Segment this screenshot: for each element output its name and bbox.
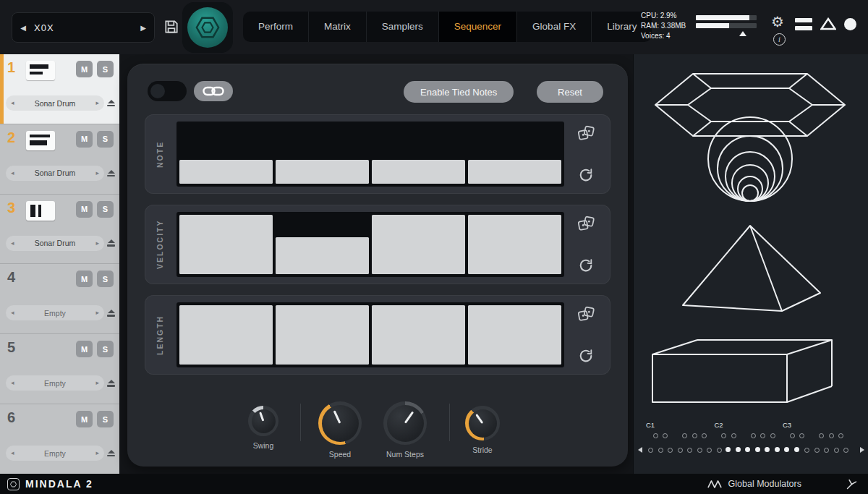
key-dot[interactable]	[653, 433, 658, 438]
next-sample-icon[interactable]: ▸	[95, 166, 99, 181]
info-icon[interactable]: i	[773, 33, 786, 46]
key-dot[interactable]	[790, 433, 795, 438]
keyboard-scroll-left-icon[interactable]	[638, 447, 642, 453]
keyboard-scroll-right-icon[interactable]	[860, 447, 864, 453]
global-modulators-label[interactable]: Global Modulators	[728, 479, 801, 489]
mute-button[interactable]: M	[76, 271, 93, 287]
preset-selector[interactable]: ◀ X0X ▶	[12, 12, 155, 43]
key-dot[interactable]	[648, 448, 653, 453]
step-cell[interactable]	[372, 215, 465, 274]
sample-select[interactable]: ◂Sonar Drum▸	[6, 166, 104, 181]
speed-knob[interactable]	[318, 401, 362, 445]
key-dot[interactable]	[824, 448, 829, 453]
num-steps-knob[interactable]	[383, 401, 427, 445]
key-dot[interactable]	[751, 433, 756, 438]
lane-reset-button[interactable]	[576, 256, 595, 275]
next-sample-icon[interactable]: ▸	[95, 375, 99, 391]
tab-sequencer[interactable]: Sequencer	[438, 12, 516, 42]
key-dot[interactable]	[829, 433, 834, 438]
enable-tied-notes-button[interactable]: Enable Tied Notes	[404, 81, 514, 103]
key-dot[interactable]	[838, 433, 843, 438]
step-cell[interactable]	[276, 215, 369, 274]
sample-select[interactable]: ◂Sonar Drum▸	[6, 95, 104, 111]
key-dot[interactable]	[678, 448, 683, 453]
key-dot[interactable]	[765, 447, 770, 452]
solo-button[interactable]: S	[97, 131, 114, 148]
key-dot[interactable]	[697, 448, 702, 453]
reset-button[interactable]: Reset	[537, 81, 603, 103]
mute-button[interactable]: M	[76, 201, 93, 218]
key-dot[interactable]	[687, 448, 692, 453]
key-dot[interactable]	[736, 447, 741, 452]
footer-modulators-group[interactable]: Global Modulators	[707, 474, 858, 494]
swing-knob[interactable]	[248, 406, 278, 436]
meter-marker-icon[interactable]	[739, 31, 746, 36]
key-dot[interactable]	[668, 448, 673, 453]
key-dot[interactable]	[682, 433, 687, 438]
sample-select[interactable]: ◂Sonar Drum▸	[6, 236, 104, 251]
stride-knob[interactable]	[465, 406, 500, 440]
preset-next-icon[interactable]: ▶	[132, 24, 154, 32]
key-dot[interactable]	[726, 447, 731, 452]
key-dot[interactable]	[692, 433, 697, 438]
step-cell[interactable]	[468, 215, 561, 274]
randomize-button[interactable]	[576, 305, 595, 323]
step-cell[interactable]	[372, 124, 465, 184]
mute-button[interactable]: M	[76, 131, 93, 148]
sample-select[interactable]: ◂Empty▸	[6, 375, 104, 391]
key-dot[interactable]	[794, 447, 799, 452]
key-dot[interactable]	[731, 433, 736, 438]
key-dot[interactable]	[770, 433, 775, 438]
tab-samplers[interactable]: Samplers	[366, 12, 438, 42]
key-dot[interactable]	[760, 433, 765, 438]
step-cell[interactable]	[276, 124, 369, 184]
key-dot[interactable]	[834, 448, 839, 453]
key-dot[interactable]	[745, 447, 750, 452]
tuning-fork-icon[interactable]	[846, 478, 858, 490]
step-cell[interactable]	[179, 124, 273, 184]
eject-icon[interactable]	[107, 310, 115, 317]
solo-button[interactable]: S	[97, 411, 114, 427]
tab-matrix[interactable]: Matrix	[308, 12, 366, 42]
tab-global-fx[interactable]: Global FX	[516, 12, 591, 42]
mute-button[interactable]: M	[76, 411, 93, 427]
next-sample-icon[interactable]: ▸	[95, 305, 99, 320]
next-sample-icon[interactable]: ▸	[95, 236, 99, 251]
mute-button[interactable]: M	[76, 341, 93, 357]
next-sample-icon[interactable]: ▸	[95, 95, 99, 111]
solo-button[interactable]: S	[97, 341, 114, 357]
sample-select[interactable]: ◂Empty▸	[6, 305, 104, 320]
lane-reset-button[interactable]	[576, 346, 595, 365]
step-cell[interactable]	[179, 305, 273, 365]
save-icon[interactable]	[163, 19, 179, 35]
preset-prev-icon[interactable]: ◀	[12, 24, 34, 32]
sequencer-power-toggle[interactable]	[148, 81, 187, 101]
eject-icon[interactable]	[107, 170, 115, 177]
solo-button[interactable]: S	[97, 61, 114, 77]
key-dot[interactable]	[755, 447, 760, 452]
key-dot[interactable]	[784, 447, 789, 452]
app-logo-button[interactable]	[187, 7, 228, 48]
eject-icon[interactable]	[107, 239, 115, 247]
key-dot[interactable]	[707, 448, 712, 453]
step-cell[interactable]	[468, 305, 561, 365]
mute-button[interactable]: M	[76, 61, 93, 77]
key-dot[interactable]	[804, 448, 809, 453]
link-lanes-button[interactable]	[194, 81, 233, 101]
solo-button[interactable]: S	[97, 201, 114, 218]
key-dot[interactable]	[658, 448, 663, 453]
key-dot[interactable]	[799, 433, 804, 438]
key-dot[interactable]	[721, 433, 726, 438]
key-dot[interactable]	[819, 433, 824, 438]
randomize-button[interactable]	[576, 214, 595, 233]
step-cell[interactable]	[276, 305, 369, 365]
lane-reset-button[interactable]	[576, 166, 595, 184]
key-dot[interactable]	[717, 448, 722, 453]
step-cell[interactable]	[468, 124, 561, 184]
gear-icon[interactable]: ⚙	[771, 13, 784, 30]
next-sample-icon[interactable]: ▸	[95, 446, 99, 461]
key-dot[interactable]	[702, 433, 707, 438]
randomize-button[interactable]	[576, 124, 595, 142]
key-dot[interactable]	[814, 448, 820, 453]
eject-icon[interactable]	[107, 100, 115, 107]
